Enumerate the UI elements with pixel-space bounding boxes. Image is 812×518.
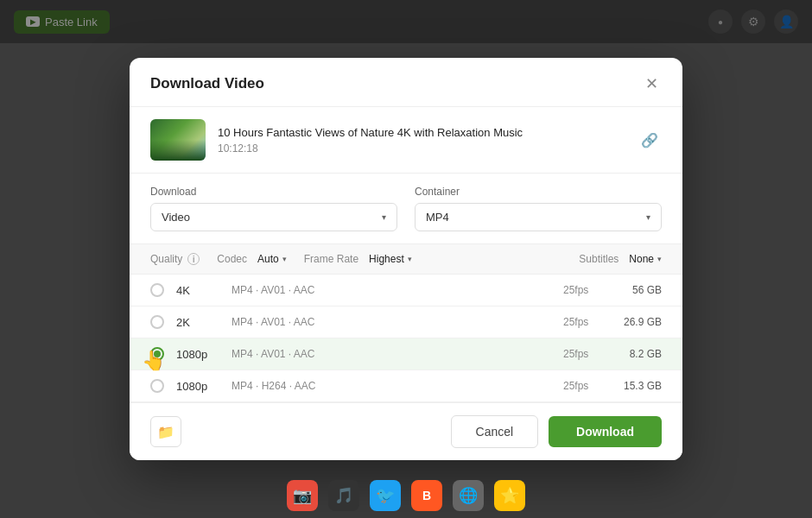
close-button[interactable]: ✕ [641,73,662,94]
container-label: Container [415,186,662,198]
codec-label: Codec [217,253,247,265]
quality-list: 4KMP4 · AV01 · AAC25fps56 GB2KMP4 · AV01… [130,275,682,402]
container-selector-group: Container MP4 ▾ [415,186,662,231]
quality-name-4k: 4K [176,284,219,297]
video-thumbnail [150,119,206,161]
video-meta: 10 Hours Fantastic Views of Nature 4K wi… [218,125,625,155]
codec-chevron-icon: ▾ [282,255,287,263]
subtitles-option[interactable]: Subtitles None ▾ [579,253,662,265]
taskbar-icons: 📷 🎵 🐦 B 🌐 ⭐ [287,480,525,511]
quality-fps-1080p-h264: 25fps [563,380,598,392]
framerate-label: Frame Rate [304,253,358,265]
subtitles-value: None [629,253,654,265]
video-info-row: 10 Hours Fantastic Views of Nature 4K wi… [130,107,682,174]
folder-button[interactable]: 📁 [150,416,181,447]
radio-1080p-av1 [150,347,164,361]
container-value: MP4 [426,211,449,224]
container-select[interactable]: MP4 ▾ [415,203,662,231]
video-duration: 10:12:18 [218,142,625,155]
download-chevron-icon: ▾ [382,212,386,222]
dialog-header: Download Video ✕ [130,58,682,107]
quality-row-1080p-av1[interactable]: 1080pMP4 · AV01 · AAC25fps8.2 GB👆 [130,338,682,370]
quality-size-1080p-av1: 8.2 GB [610,348,662,360]
quality-label: Quality [150,253,182,265]
folder-icon: 📁 [157,424,174,440]
codec-value: Auto [257,253,279,265]
quality-name-1080p-h264: 1080p [176,380,219,393]
framerate-chevron-icon: ▾ [408,255,412,263]
subtitles-label: Subtitles [579,253,619,265]
download-value: Video [162,211,190,224]
dialog-footer: 📁 Cancel Download [130,402,682,460]
quality-name-2k: 2K [176,316,219,329]
quality-row-1080p-h264[interactable]: 1080pMP4 · H264 · AAC25fps15.3 GB [130,370,682,402]
quality-codec-4k: MP4 · AV01 · AAC [232,284,551,296]
quality-size-4k: 56 GB [610,284,662,296]
modal-overlay: Download Video ✕ 10 Hours Fantastic View… [0,0,812,518]
codec-option[interactable]: Codec Auto ▾ [217,253,286,265]
quality-fps-2k: 25fps [563,316,598,328]
bilibili-icon: B [411,480,442,511]
cancel-button[interactable]: Cancel [451,415,539,448]
quality-option[interactable]: Quality i [150,253,200,265]
instagram-icon: 📷 [287,480,318,511]
radio-1080p-h264 [150,379,164,393]
framerate-option[interactable]: Frame Rate Highest ▾ [304,253,412,265]
star-icon: ⭐ [494,480,525,511]
quality-name-1080p-av1: 1080p [176,348,219,361]
download-dialog: Download Video ✕ 10 Hours Fantastic View… [130,58,682,460]
quality-size-1080p-h264: 15.3 GB [610,380,662,392]
quality-row-2k[interactable]: 2KMP4 · AV01 · AAC25fps26.9 GB [130,306,682,338]
subtitles-chevron-icon: ▾ [657,255,662,263]
dialog-title: Download Video [150,75,264,92]
download-label: Download [150,186,397,198]
quality-codec-1080p-av1: MP4 · AV01 · AAC [232,348,551,360]
selectors-row: Download Video ▾ Container MP4 ▾ [130,174,682,244]
video-title: 10 Hours Fantastic Views of Nature 4K wi… [218,125,625,141]
download-button[interactable]: Download [549,416,662,447]
quality-codec-2k: MP4 · AV01 · AAC [232,316,551,328]
quality-codec-1080p-h264: MP4 · H264 · AAC [232,380,551,392]
app-icon-dark: 🎵 [328,480,359,511]
framerate-value: Highest [369,253,404,265]
quality-fps-4k: 25fps [563,284,598,296]
quality-size-2k: 26.9 GB [610,316,662,328]
twitter-icon: 🐦 [370,480,401,511]
quality-row-4k[interactable]: 4KMP4 · AV01 · AAC25fps56 GB [130,275,682,306]
download-select[interactable]: Video ▾ [150,203,397,231]
download-selector-group: Download Video ▾ [150,186,397,231]
options-bar: Quality i Codec Auto ▾ Frame Rate Highes… [130,244,682,275]
quality-info-icon: i [187,253,200,265]
quality-fps-1080p-av1: 25fps [563,348,598,360]
link-icon[interactable]: 🔗 [638,129,662,152]
radio-2k [150,315,164,329]
sites-icon: 🌐 [453,480,484,511]
radio-4k [150,283,164,297]
container-chevron-icon: ▾ [646,212,650,222]
